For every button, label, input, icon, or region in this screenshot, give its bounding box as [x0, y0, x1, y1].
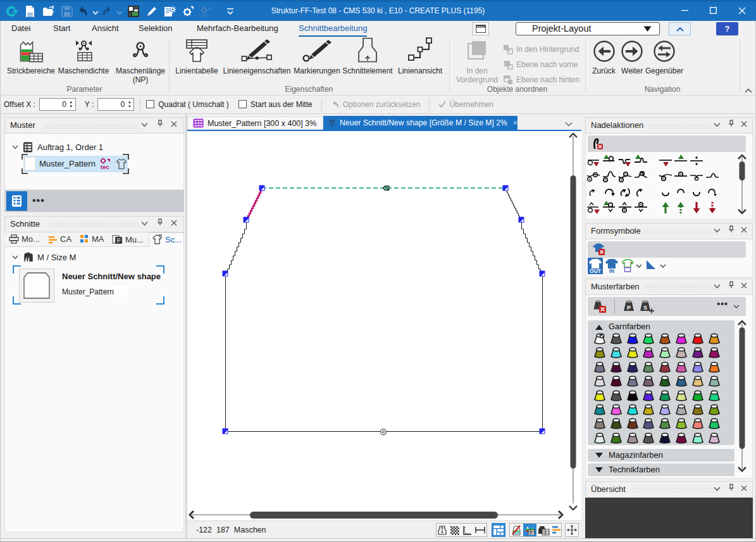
svg-text:OUT: OUT [590, 268, 602, 274]
svg-text:S: S [643, 305, 647, 311]
svg-text:IN: IN [609, 268, 615, 274]
svg-text:P: P [627, 305, 631, 311]
